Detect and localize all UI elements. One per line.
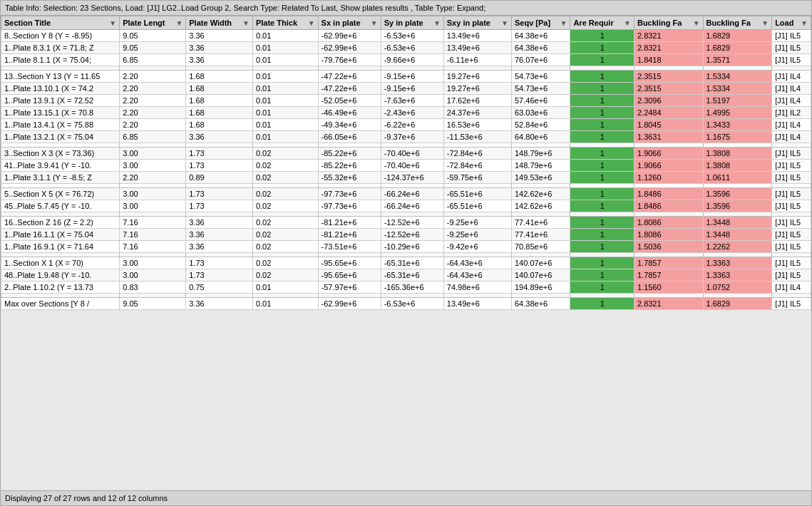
- table-cell: 0.02: [252, 229, 318, 241]
- table-cell: -6.22e+6: [381, 119, 443, 131]
- table-cell: 0.01: [252, 42, 318, 54]
- table-cell: -85.22e+6: [318, 148, 381, 160]
- filter-icon-6[interactable]: ▼: [501, 19, 508, 27]
- table-cell: 0.01: [252, 282, 318, 294]
- table-cell: 3.36: [186, 30, 253, 42]
- table-cell: 2.3096: [634, 95, 703, 107]
- table-cell: 63.03e+6: [511, 107, 570, 119]
- table-cell: 1.1260: [634, 172, 703, 184]
- table-cell: -97.73e+6: [318, 188, 381, 200]
- table-cell: 9.05: [120, 298, 186, 310]
- table-cell: -47.22e+6: [318, 71, 381, 83]
- table-cell: 2.8321: [634, 42, 703, 54]
- table-cell: 3..Section X 3 (X = 73.36): [1, 148, 120, 160]
- table-cell: [J1] IL5: [772, 200, 811, 212]
- table-cell: 2.20: [120, 71, 186, 83]
- table-cell: 149.53e+6: [511, 172, 570, 184]
- table-cell: 1.6829: [703, 42, 772, 54]
- table-cell: 2.20: [120, 95, 186, 107]
- table-cell: 9.05: [120, 42, 186, 54]
- table-cell: 1.8486: [634, 200, 703, 212]
- filter-icon-11[interactable]: ▼: [801, 19, 808, 27]
- table-cell: [J1] IL4: [772, 71, 811, 83]
- table-cell: -72.84e+6: [443, 160, 511, 172]
- column-header-7: Seqv [Pa]▼: [511, 16, 570, 30]
- table-cell: -124.37e+6: [381, 172, 443, 184]
- table-cell: -12.52e+6: [381, 217, 443, 229]
- table-cell: 1.73: [186, 269, 253, 282]
- table-cell: -46.49e+6: [318, 107, 381, 119]
- table-cell: 19.27e+6: [443, 83, 511, 95]
- table-cell: 0.02: [252, 217, 318, 229]
- table-cell: [J1] IL4: [772, 131, 811, 143]
- table-cell: 7.16: [120, 241, 186, 253]
- filter-icon-3[interactable]: ▼: [308, 19, 315, 27]
- table-cell: 0.01: [252, 119, 318, 131]
- table-cell: 0.02: [252, 148, 318, 160]
- table-cell: 0.01: [252, 107, 318, 119]
- table-cell: [J1] IL5: [772, 148, 811, 160]
- filter-icon-1[interactable]: ▼: [175, 19, 183, 27]
- table-cell: -72.84e+6: [443, 148, 511, 160]
- table-cell: 54.73e+6: [511, 83, 570, 95]
- table-cell: 2.20: [120, 107, 186, 119]
- table-cell: 2.20: [120, 83, 186, 95]
- status-footer: Displaying 27 of 27 rows and 12 of 12 co…: [1, 490, 811, 505]
- table-cell: 0.02: [252, 257, 318, 269]
- table-cell: 0.75: [186, 282, 253, 294]
- table-cell: 1..Plate 13.15.1 (X = 70.8: [1, 107, 120, 119]
- table-cell: [J1] IL4: [772, 83, 811, 95]
- table-cell: 1..Plate 16.9.1 (X = 71.64: [1, 241, 120, 253]
- table-cell: 0.02: [252, 188, 318, 200]
- table-cell: -9.25e+6: [443, 229, 511, 241]
- column-header-2: Plate Width▼: [186, 16, 253, 30]
- table-cell: 57.46e+6: [511, 95, 570, 107]
- table-cell: 1.0611: [703, 172, 772, 184]
- filter-icon-8[interactable]: ▼: [624, 19, 631, 27]
- table-cell: 24.37e+6: [443, 107, 511, 119]
- table-cell: 9.05: [120, 30, 186, 42]
- table-cell: [J1] IL5: [772, 42, 811, 54]
- table-cell: 64.80e+6: [511, 131, 570, 143]
- table-cell: 1.9066: [634, 160, 703, 172]
- column-header-11: Load▼: [772, 16, 811, 30]
- filter-icon-0[interactable]: ▼: [109, 19, 116, 27]
- table-cell: 1.6829: [703, 30, 772, 42]
- table-cell: 0.02: [252, 172, 318, 184]
- table-cell: -64.43e+6: [443, 269, 511, 282]
- table-cell: 1: [570, 298, 634, 310]
- table-cell: -49.34e+6: [318, 119, 381, 131]
- table-container[interactable]: Section Title▼Plate Lengt▼Plate Width▼Pl…: [1, 16, 811, 490]
- filter-icon-2[interactable]: ▼: [242, 19, 250, 27]
- table-cell: 0.83: [120, 282, 186, 294]
- table-cell: -165.36e+6: [381, 282, 443, 294]
- table-cell: [J1] IL5: [772, 160, 811, 172]
- table-cell: 1..Plate 8.1.1 (X = 75.04;: [1, 54, 120, 66]
- filter-icon-9[interactable]: ▼: [693, 19, 700, 27]
- table-cell: 3.00: [120, 269, 186, 282]
- table-cell: 77.41e+6: [511, 229, 570, 241]
- table-cell: 1.8086: [634, 217, 703, 229]
- table-cell: 1: [570, 119, 634, 131]
- table-cell: 1: [570, 241, 634, 253]
- table-cell: 1.8045: [634, 119, 703, 131]
- table-cell: 64.38e+6: [511, 30, 570, 42]
- table-cell: 1.73: [186, 148, 253, 160]
- table-cell: 0.89: [186, 172, 253, 184]
- filter-icon-10[interactable]: ▼: [761, 19, 769, 27]
- table-cell: 48..Plate 1.9.48 (Y = -10.: [1, 269, 120, 282]
- table-cell: -11.53e+6: [443, 131, 511, 143]
- table-cell: 5..Section X 5 (X = 76.72): [1, 188, 120, 200]
- filter-icon-5[interactable]: ▼: [433, 19, 441, 27]
- table-cell: 142.62e+6: [511, 188, 570, 200]
- table-cell: -65.31e+6: [381, 269, 443, 282]
- filter-icon-7[interactable]: ▼: [560, 19, 567, 27]
- table-cell: [J1] IL5: [772, 217, 811, 229]
- table-cell: 1.68: [186, 83, 253, 95]
- table-cell: 0.01: [252, 54, 318, 66]
- data-table: Section Title▼Plate Lengt▼Plate Width▼Pl…: [1, 16, 811, 310]
- table-cell: 0.02: [252, 160, 318, 172]
- filter-icon-4[interactable]: ▼: [371, 19, 378, 27]
- table-cell: 64.38e+6: [511, 42, 570, 54]
- table-cell: 148.79e+6: [511, 148, 570, 160]
